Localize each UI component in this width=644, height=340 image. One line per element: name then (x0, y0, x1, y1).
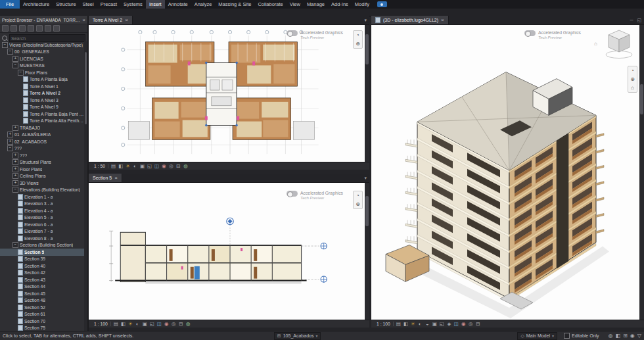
collapse-icon[interactable]: − (18, 70, 24, 76)
pin-select-icon[interactable]: ◉ (630, 333, 635, 339)
checkbox-icon[interactable] (564, 333, 570, 339)
sun-path-icon[interactable]: ☀ (409, 321, 417, 328)
tree-item[interactable]: Section 40 (0, 262, 84, 270)
three-d-canvas[interactable]: Accelerated Graphics Tech Preview ⌂ ◔⊕⌂ (371, 25, 644, 320)
chevron-down-icon[interactable]: ▾ (361, 16, 369, 24)
temporary-hide-icon[interactable]: ◫ (153, 163, 160, 170)
steering-wheel-icon[interactable]: ◔ (354, 191, 362, 200)
crop-view-icon[interactable]: ▣ (139, 163, 146, 170)
ribbon-tab-collaborate[interactable]: Collaborate (254, 0, 286, 9)
temporary-view-properties-icon[interactable]: ◎ (170, 321, 177, 328)
tree-item[interactable]: Section 48 (0, 297, 84, 304)
plan-scrollbar[interactable] (365, 25, 369, 162)
filter-icon[interactable] (28, 25, 34, 32)
view-cube[interactable]: ⌂ (593, 28, 636, 62)
collapse-icon[interactable]: − (12, 242, 18, 248)
expand-icon[interactable]: + (7, 132, 13, 137)
editable-only-checkbox[interactable]: Editable Only (564, 333, 599, 339)
show-constraints-icon[interactable]: ⊟ (175, 163, 182, 170)
sun-path-icon[interactable]: ☀ (124, 163, 131, 170)
tree-item[interactable]: +Floor Plans (0, 166, 84, 173)
list-icon[interactable] (19, 25, 26, 32)
three-d-scrollbar[interactable] (639, 25, 644, 320)
tree-item[interactable]: Section 39 (0, 256, 84, 263)
tree-item[interactable]: −Elevations (Building Elevation) (0, 187, 84, 194)
detail-level-icon[interactable]: ▤ (395, 321, 402, 328)
tree-item[interactable]: +??? (0, 152, 84, 159)
zoom-icon[interactable]: ⊕ (354, 200, 362, 208)
ribbon-tab-manage[interactable]: Manage (304, 0, 328, 9)
collapse-icon[interactable]: − (12, 187, 18, 193)
floor-plan-drawing[interactable] (89, 25, 365, 162)
tree-item[interactable]: Section 70 (0, 318, 84, 325)
shadows-icon[interactable]: ◐ (417, 321, 424, 328)
section-drawing[interactable] (89, 183, 365, 320)
tree-item[interactable]: −00_GENERALES (0, 49, 84, 56)
expand-icon[interactable]: + (7, 139, 13, 145)
show-crop-icon[interactable]: ◱ (149, 321, 156, 328)
ribbon-tab-structure[interactable]: Structure (53, 0, 79, 9)
background-processes-icon[interactable]: ◍ (609, 333, 613, 339)
show-constraints-icon[interactable]: ⊟ (177, 321, 185, 328)
sort-icon[interactable] (36, 25, 43, 32)
tree-item[interactable]: Torre A Nivel 3 (0, 97, 84, 104)
ribbon-tab-architecture[interactable]: Architecture (20, 0, 53, 9)
close-icon[interactable]: × (80, 17, 85, 23)
view-tab-torre-a-nivel-2[interactable]: Torre A Nivel 2 × (89, 16, 133, 24)
shadows-icon[interactable]: ◐ (134, 321, 141, 328)
expand-icon[interactable]: + (12, 153, 18, 158)
active-workset-select[interactable]: ⊞ 105_Acabados ▾ (274, 332, 321, 340)
ribbon-tab-steel[interactable]: Steel (80, 0, 97, 9)
tree-item[interactable]: Torre A Nivel 2 (0, 90, 84, 97)
expand-icon[interactable]: + (12, 56, 18, 62)
crop-view-icon[interactable]: ▣ (141, 321, 149, 328)
floor-plan-canvas[interactable]: Accelerated Graphics Tech Preview ◔⊕ (89, 25, 369, 162)
visual-style-icon[interactable]: ◧ (117, 163, 124, 170)
section-scrollbar[interactable] (365, 183, 369, 320)
ribbon-tab-systems[interactable]: Systems (120, 0, 146, 9)
tree-item[interactable]: Section 44 (0, 283, 84, 291)
ribbon-tab-massing-site[interactable]: Massing & Site (215, 0, 254, 9)
tree-item[interactable]: Section 43 (0, 276, 84, 283)
scale-button[interactable]: 1 : 100 (374, 322, 394, 326)
accelerated-graphics-toggle[interactable] (287, 30, 298, 36)
tree-item[interactable]: Elevation 3 - a (0, 201, 84, 208)
tree-item[interactable]: Elevation 8 - a (0, 235, 84, 242)
view-tab-3d[interactable]: (3D - elizabeth.lugo4GLL2) × (371, 16, 449, 24)
ribbon-tab-add-ins[interactable]: Add-Ins (328, 0, 352, 9)
tree-item[interactable]: Section 75 (0, 325, 84, 331)
ribbon-tab-analyze[interactable]: Analyze (191, 0, 216, 9)
tree-item[interactable]: Elevation 1 - a (0, 193, 84, 201)
browser-scrollbar[interactable] (84, 41, 87, 331)
tree-item[interactable]: Section 42 (0, 270, 84, 277)
steering-wheel-icon[interactable]: ◔ (354, 31, 362, 39)
restore-icon[interactable]: ◱ (637, 18, 641, 23)
tree-item[interactable]: +3D Views (0, 180, 84, 187)
temporary-hide-icon[interactable]: ◫ (453, 321, 460, 328)
tree-item[interactable]: Section 61 (0, 311, 84, 318)
reveal-hidden-icon[interactable]: ◉ (160, 163, 168, 170)
worksharing-display-icon[interactable]: ◍ (182, 163, 189, 170)
expand-icon[interactable]: + (12, 166, 18, 172)
links-select-icon[interactable]: ⊞ (623, 333, 628, 339)
show-crop-icon[interactable]: ◱ (438, 321, 446, 328)
tree-item[interactable]: −MUESTRAS (0, 62, 84, 70)
tree-item[interactable]: +LICENCIAS (0, 55, 84, 62)
three-d-model-drawing[interactable] (371, 25, 639, 320)
tree-item[interactable]: Torre A Nivel 9 (0, 104, 84, 111)
tree-item[interactable]: +Ceiling Plans (0, 173, 84, 180)
section-canvas[interactable]: Accelerated Graphics Tech Preview ◔⊕ (89, 183, 369, 320)
temporary-view-properties-icon[interactable]: ◎ (467, 321, 474, 328)
temporary-hide-icon[interactable]: ◫ (156, 321, 163, 328)
tree-item[interactable]: +Structural Plans (0, 159, 84, 166)
zoom-icon[interactable]: ⊕ (354, 39, 362, 48)
detail-level-icon[interactable]: ▤ (112, 321, 120, 328)
dock-icon[interactable] (2, 25, 9, 32)
tree-item[interactable]: Torre A Planta Baja (0, 76, 84, 84)
tree-item[interactable]: +02_ACABADOS (0, 138, 84, 145)
tree-item[interactable]: −Views (Disciplina/Subcategoria/Type) (0, 41, 84, 49)
tree-item[interactable]: Torre A Nivel 1 (0, 83, 84, 90)
tree-item[interactable]: +TRABAJO (0, 124, 84, 132)
visual-style-icon[interactable]: ◧ (402, 321, 409, 328)
collapse-icon[interactable]: − (7, 49, 13, 55)
